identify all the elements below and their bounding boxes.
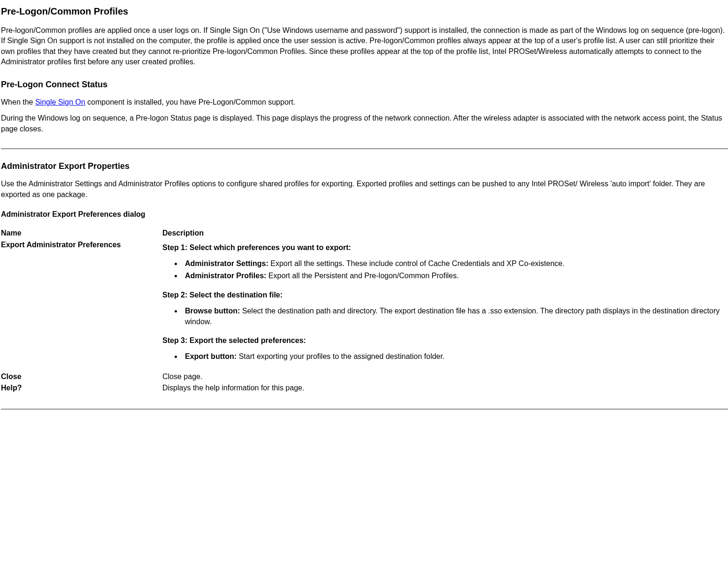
export-button-label: Export button: xyxy=(185,352,237,360)
p1-post-text: component is installed, you have Pre-Log… xyxy=(85,98,295,106)
prelogon-connect-p1: When the Single Sign On component is ins… xyxy=(1,97,728,107)
row-desc-help: Displays the help information for this p… xyxy=(161,383,728,394)
step1-label: Step 1: Select which preferences you wan… xyxy=(162,243,728,253)
admin-settings-label: Administrator Settings: xyxy=(185,259,268,267)
admin-settings-text: Export all the settings. These include c… xyxy=(268,259,565,267)
prelogon-profiles-paragraph: Pre-logon/Common profiles are applied on… xyxy=(1,25,728,68)
step2-bullet1: Browse button: Select the destination pa… xyxy=(182,306,728,327)
table-header-row: Name Description xyxy=(1,228,728,239)
admin-export-heading: Administrator Export Properties xyxy=(1,160,728,172)
divider-2 xyxy=(1,409,728,410)
admin-profiles-text: Export all the Persistent and Pre-logon/… xyxy=(266,272,459,280)
browse-button-label: Browse button: xyxy=(185,307,240,315)
step2-label: Step 2: Select the destination file: xyxy=(162,290,728,300)
row-name-close: Close xyxy=(1,372,161,383)
row-desc-close: Close page. xyxy=(161,372,728,383)
header-name: Name xyxy=(1,228,161,239)
step3-label: Step 3: Export the selected preferences: xyxy=(162,335,728,346)
admin-profiles-label: Administrator Profiles: xyxy=(185,272,266,280)
prelogon-connect-heading: Pre-Logon Connect Status xyxy=(1,79,728,91)
divider-1 xyxy=(1,148,728,149)
table-row-close: Close Close page. xyxy=(1,372,728,383)
admin-export-paragraph: Use the Administrator Settings and Admin… xyxy=(1,179,728,200)
browse-button-text: Select the destination path and director… xyxy=(185,307,720,325)
p1-pre-text: When the xyxy=(1,98,35,106)
export-prefs-dialog-title: Administrator Export Preferences dialog xyxy=(1,209,728,220)
prelogon-profiles-heading: Pre-Logon/Common Profiles xyxy=(1,5,728,18)
row-desc-export-prefs: Step 1: Select which preferences you wan… xyxy=(161,240,728,372)
export-button-text: Start exporting your profiles to the ass… xyxy=(237,352,444,360)
step3-bullet1: Export button: Start exporting your prof… xyxy=(182,351,728,362)
export-prefs-table: Name Description Export Administrator Pr… xyxy=(1,228,728,394)
single-sign-on-link[interactable]: Single Sign On xyxy=(35,98,85,106)
step1-bullet2: Administrator Profiles: Export all the P… xyxy=(182,271,728,281)
table-row-help: Help? Displays the help information for … xyxy=(1,383,728,394)
prelogon-connect-p2: During the Windows log on sequence, a Pr… xyxy=(1,113,728,134)
row-name-export-prefs: Export Administrator Preferences xyxy=(1,240,161,372)
header-description: Description xyxy=(161,228,728,239)
step1-bullet1: Administrator Settings: Export all the s… xyxy=(182,259,728,269)
table-row-export-prefs: Export Administrator Preferences Step 1:… xyxy=(1,240,728,372)
row-name-help: Help? xyxy=(1,383,161,394)
